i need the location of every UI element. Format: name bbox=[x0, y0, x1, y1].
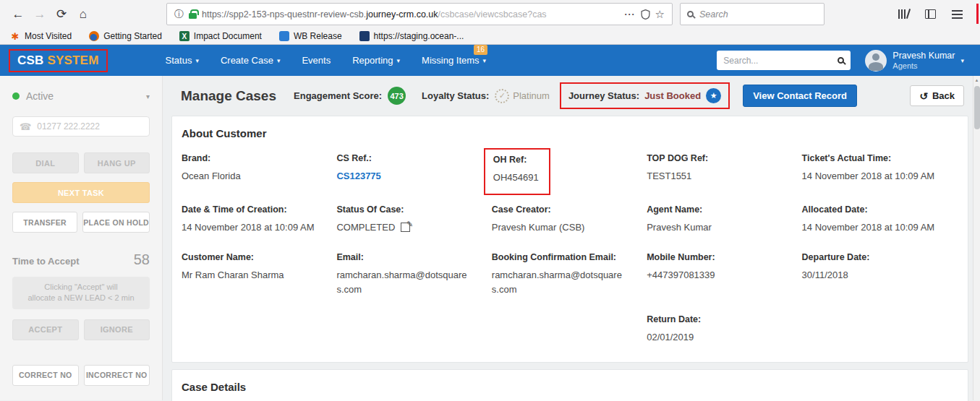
bookmark-staging-ocean[interactable]: https://staging.ocean-... bbox=[359, 31, 464, 41]
home-button[interactable]: ⌂ bbox=[72, 4, 94, 25]
hangup-button[interactable]: HANG UP bbox=[84, 152, 150, 173]
chevron-down-icon: ▾ bbox=[397, 57, 401, 64]
back-button[interactable]: ← bbox=[7, 4, 29, 25]
place-on-hold-button[interactable]: PLACE ON HOLD bbox=[82, 212, 150, 233]
page-header: Manage Cases Engagement Score: 473 Loyal… bbox=[171, 76, 968, 116]
edit-icon[interactable]: ✎ bbox=[401, 223, 410, 232]
library-icon[interactable] bbox=[898, 9, 909, 19]
about-customer-grid: Brand: Ocean Florida CS Ref.: CS123775 O… bbox=[182, 153, 957, 345]
accept-button[interactable]: ACCEPT bbox=[12, 319, 79, 340]
field-status-of-case: Status Of Case: COMPLETED✎ bbox=[336, 204, 491, 235]
app-search[interactable] bbox=[717, 51, 851, 70]
incorrect-no-button[interactable]: INCORRECT NO bbox=[84, 365, 150, 386]
field-brand: Brand: Ocean Florida bbox=[182, 153, 336, 186]
toolbar-right-buttons bbox=[898, 9, 963, 19]
browser-search[interactable] bbox=[680, 3, 825, 25]
browser-search-input[interactable] bbox=[699, 9, 817, 20]
user-menu[interactable]: Pravesh Kumar Agents ▾ bbox=[865, 50, 964, 72]
chevron-down-icon: ▾ bbox=[483, 57, 487, 64]
user-name: Pravesh Kumar bbox=[892, 51, 955, 62]
chevron-down-icon: ▾ bbox=[195, 57, 199, 64]
case-details-card: Case Details Enquiry Type: Enquiry Natur… bbox=[171, 369, 968, 401]
page-info-icon[interactable]: ⓘ bbox=[174, 8, 184, 21]
bookmark-most-visited[interactable]: ✱ Most Visited bbox=[10, 31, 72, 41]
browser-chrome: ← → ⟳ ⌂ ⓘ https://spp2-153-nps-questnr-r… bbox=[0, 0, 980, 45]
excel-icon: X bbox=[179, 31, 189, 41]
scrollbar[interactable]: ▲ bbox=[973, 76, 980, 400]
page-title: Manage Cases bbox=[181, 88, 276, 104]
field-email: Email: ramcharan.sharma@dotsquares.com bbox=[336, 252, 491, 296]
logo-annotation-box: CSB SYSTEM bbox=[9, 49, 108, 72]
field-return-date: Return Date: 02/01/2019 bbox=[647, 314, 801, 345]
field-cs-ref: CS Ref.: CS123775 bbox=[336, 153, 491, 186]
field-top-dog-ref: TOP DOG Ref: TEST1551 bbox=[647, 153, 801, 186]
agent-status-label: Active bbox=[26, 90, 54, 102]
phone-number-input[interactable] bbox=[37, 121, 142, 131]
card-title: Case Details bbox=[182, 381, 957, 393]
url-text[interactable]: https://spp2-153-nps-questnr-review-csb.… bbox=[202, 9, 620, 20]
nav-status[interactable]: Status ▾ bbox=[166, 55, 199, 66]
https-lock-icon bbox=[189, 13, 197, 19]
search-icon[interactable] bbox=[838, 57, 844, 64]
menu-icon[interactable] bbox=[952, 14, 963, 15]
field-booking-confirmation-email: Booking Confirmation Email: ramcharan.sh… bbox=[492, 252, 647, 296]
next-task-button[interactable]: NEXT TASK bbox=[12, 182, 150, 203]
agent-status-dropdown[interactable]: Active ▾ bbox=[12, 90, 150, 102]
transfer-button[interactable]: TRANSFER bbox=[12, 212, 77, 233]
app-search-input[interactable] bbox=[723, 56, 833, 66]
screen-edge-marker bbox=[976, 4, 979, 24]
about-customer-card: About Customer Brand: Ocean Florida CS R… bbox=[171, 116, 968, 363]
back-circle-icon: ↺ bbox=[919, 91, 928, 101]
field-agent-name: Agent Name: Pravesh Kumar bbox=[647, 204, 801, 235]
engagement-score-badge: 473 bbox=[388, 87, 406, 105]
field-mobile-number: Mobile Number: +447397081339 bbox=[647, 252, 801, 296]
journey-star-icon[interactable]: ★ bbox=[706, 88, 721, 103]
nav-reporting[interactable]: Reporting ▾ bbox=[352, 55, 400, 66]
logo-system: SYSTEM bbox=[47, 53, 98, 67]
reload-button[interactable]: ⟳ bbox=[51, 4, 72, 25]
url-bar[interactable]: ⓘ https://spp2-153-nps-questnr-review-cs… bbox=[166, 3, 673, 25]
bookmark-star-icon[interactable]: ☆ bbox=[655, 8, 665, 21]
shield-icon[interactable] bbox=[641, 9, 650, 20]
call-sidebar: Active ▾ ☎ DIAL HANG UP NEXT TASK TRANSF… bbox=[0, 76, 163, 400]
time-to-accept-label: Time to Accept bbox=[12, 256, 79, 267]
correct-no-button[interactable]: CORRECT NO bbox=[12, 365, 79, 386]
missing-items-badge: 16 bbox=[474, 45, 487, 55]
search-icon bbox=[687, 11, 694, 17]
dial-button[interactable]: DIAL bbox=[12, 152, 79, 173]
back-button-page[interactable]: ↺ Back bbox=[910, 85, 964, 106]
scrollbar-up-arrow[interactable]: ▲ bbox=[973, 76, 980, 85]
bookmark-getting-started[interactable]: Getting Started bbox=[89, 31, 162, 41]
journey-status-annotation-box: Journey Status: Just Booked ★ bbox=[560, 82, 730, 109]
time-to-accept-value: 58 bbox=[134, 251, 150, 268]
loyalty-status: Loyalty Status: ✓ Platinum bbox=[422, 89, 550, 103]
forward-button[interactable]: → bbox=[29, 4, 51, 25]
app-header: CSB SYSTEM Status ▾ Create Case ▾ Events… bbox=[0, 45, 980, 76]
app-body: Active ▾ ☎ DIAL HANG UP NEXT TASK TRANSF… bbox=[0, 76, 980, 400]
oh-ref-annotation-box: OH Ref: OH454691 bbox=[484, 148, 550, 195]
nav-missing-items[interactable]: Missing Items ▾ 16 bbox=[422, 55, 486, 66]
loyalty-medal-icon: ✓ bbox=[495, 89, 509, 103]
sidebars-icon[interactable] bbox=[925, 9, 936, 19]
field-oh-ref: OH Ref: OH454691 bbox=[492, 153, 647, 186]
phone-number-field[interactable]: ☎ bbox=[12, 116, 150, 137]
url-path: /csbcase/viewcsbcase?cas bbox=[438, 9, 547, 20]
card-title: About Customer bbox=[182, 127, 957, 139]
chevron-down-icon: ▾ bbox=[277, 57, 281, 64]
nav-events[interactable]: Events bbox=[302, 55, 331, 66]
ocean-icon bbox=[359, 31, 370, 41]
scrollbar-thumb[interactable] bbox=[974, 86, 980, 129]
app-logo[interactable]: CSB SYSTEM bbox=[17, 53, 99, 68]
ignore-button[interactable]: IGNORE bbox=[84, 319, 150, 340]
chevron-down-icon: ▾ bbox=[146, 92, 150, 100]
view-contact-record-button[interactable]: View Contact Record bbox=[743, 85, 857, 107]
bookmark-label: Most Visited bbox=[25, 31, 72, 41]
main-content: Manage Cases Engagement Score: 473 Loyal… bbox=[163, 76, 980, 400]
page-actions-icon[interactable]: ··· bbox=[625, 9, 636, 20]
nav-create-case[interactable]: Create Case ▾ bbox=[221, 55, 281, 66]
wb-release-icon bbox=[279, 31, 289, 41]
bookmark-impact-document[interactable]: X Impact Document bbox=[179, 31, 262, 41]
cs-ref-link[interactable]: CS123775 bbox=[336, 169, 491, 184]
bookmark-wb-release[interactable]: WB Release bbox=[279, 31, 342, 41]
most-visited-icon: ✱ bbox=[10, 31, 20, 41]
